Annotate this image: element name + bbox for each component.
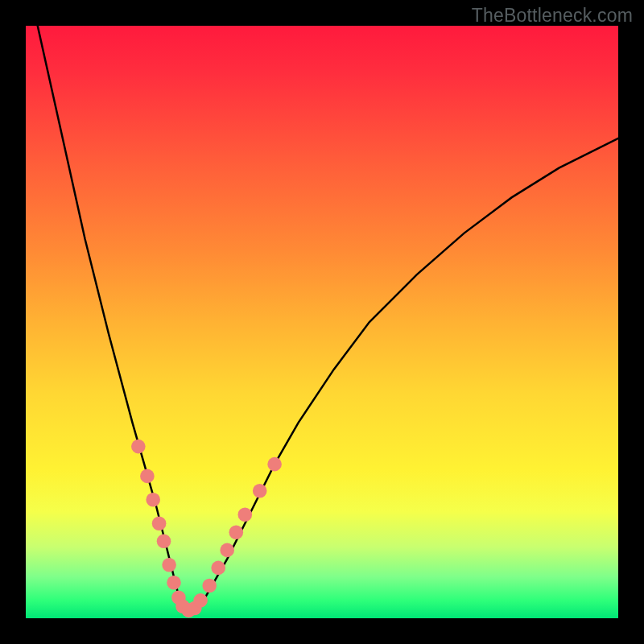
curve-marker [220, 543, 234, 558]
curve-marker [152, 516, 167, 530]
curve-marker [146, 493, 160, 507]
curve-marker [140, 469, 155, 484]
curve-marker [193, 593, 208, 608]
curve-marker [167, 576, 181, 590]
curve-marker [171, 590, 186, 605]
curve-marker [229, 526, 244, 540]
curve-marker [267, 457, 282, 472]
curve-marker [182, 604, 196, 618]
curve-markers [131, 440, 282, 617]
curve-marker [157, 535, 171, 549]
curve-svg [26, 26, 618, 618]
curve-marker [211, 561, 225, 576]
chart-frame: TheBottleneck.com [0, 0, 644, 644]
plot-area [26, 26, 618, 618]
curve-marker [253, 484, 267, 498]
curve-marker [162, 558, 176, 572]
bottleneck-curve [38, 26, 618, 613]
curve-marker [238, 507, 253, 522]
watermark-text: TheBottleneck.com [472, 5, 633, 27]
curve-marker [131, 440, 146, 454]
curve-marker [202, 579, 217, 593]
curve-marker [188, 601, 202, 616]
curve-marker [175, 600, 190, 614]
